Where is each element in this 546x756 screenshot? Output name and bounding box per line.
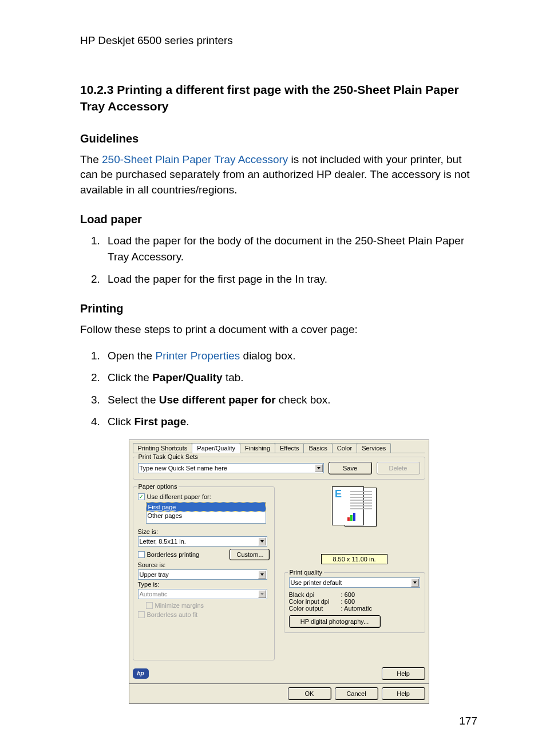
tab-printing-shortcuts[interactable]: Printing Shortcuts bbox=[133, 443, 193, 453]
size-badge: 8.50 x 11.00 in. bbox=[321, 554, 387, 564]
tab-basics[interactable]: Basics bbox=[303, 443, 332, 453]
text: tab. bbox=[223, 371, 244, 383]
dialog-button-row: OK Cancel Help bbox=[129, 684, 429, 704]
checkbox-icon bbox=[146, 602, 153, 609]
hp-logo-icon: hp bbox=[133, 668, 149, 679]
list-item: Open the Printer Properties dialog box. bbox=[103, 348, 477, 365]
chevron-down-icon bbox=[315, 464, 323, 472]
page-item-first[interactable]: First page bbox=[147, 502, 266, 512]
text: Click bbox=[108, 415, 134, 428]
use-different-paper-checkbox[interactable]: Use different paper for: bbox=[138, 493, 270, 501]
use-different-label: Use different paper for: bbox=[147, 493, 211, 501]
tab-services[interactable]: Services bbox=[357, 443, 391, 453]
paper-options-legend: Paper options bbox=[137, 483, 179, 490]
quicksets-legend: Print Task Quick Sets bbox=[137, 453, 200, 460]
color-input-dpi-row: Color input dpi : 600 bbox=[289, 598, 420, 605]
black-dpi-row: Black dpi : 600 bbox=[289, 591, 420, 598]
tab-paper-quality[interactable]: Paper/Quality bbox=[192, 443, 240, 453]
quickset-name-value: Type new Quick Set name here bbox=[140, 465, 227, 472]
text: dialog box. bbox=[240, 350, 295, 362]
text: Click the bbox=[108, 371, 152, 383]
borderless-autofit-checkbox: Borderless auto fit bbox=[138, 611, 270, 619]
list-item: Click First page. bbox=[103, 414, 477, 430]
chevron-down-icon bbox=[411, 579, 419, 587]
print-quality-group: Print quality Use printer default Black … bbox=[284, 572, 425, 633]
pages-listbox[interactable]: First page Other pages bbox=[146, 502, 266, 524]
borderless-label: Borderless printing bbox=[147, 551, 200, 559]
delete-button: Delete bbox=[377, 462, 420, 474]
text: Select the bbox=[108, 394, 159, 406]
borderless-printing-checkbox[interactable]: Borderless printing bbox=[138, 551, 225, 559]
bold: First page bbox=[134, 415, 186, 428]
chevron-down-icon bbox=[258, 590, 266, 598]
list-item: Select the Use different paper for check… bbox=[103, 392, 477, 409]
quickset-name-combo[interactable]: Type new Quick Set name here bbox=[138, 463, 324, 473]
color-output-row: Color output : Automatic bbox=[289, 605, 420, 612]
type-value: Automatic bbox=[140, 591, 168, 597]
size-label: Size is: bbox=[138, 528, 270, 535]
guidelines-body: The 250-Sheet Plain Paper Tray Accessory… bbox=[80, 152, 477, 198]
source-label: Source is: bbox=[138, 561, 270, 568]
list-item: Load the paper for the body of the docum… bbox=[103, 233, 477, 266]
page-number: 177 bbox=[459, 715, 477, 727]
minimize-label: Minimize margins bbox=[155, 601, 204, 609]
minimize-margins-checkbox: Minimize margins bbox=[146, 601, 270, 609]
preview-chart-icon bbox=[347, 513, 355, 521]
text: . bbox=[186, 415, 189, 428]
type-label: Type is: bbox=[138, 581, 270, 588]
list-item: Click the Paper/Quality tab. bbox=[103, 370, 477, 386]
save-button[interactable]: Save bbox=[329, 462, 372, 474]
print-quality-value: Use printer default bbox=[291, 579, 342, 586]
ok-button[interactable]: OK bbox=[288, 687, 331, 700]
printing-intro: Follow these steps to print a document w… bbox=[80, 322, 477, 338]
paper-options-group: Paper options Use different paper for: F… bbox=[133, 486, 275, 660]
quicksets-group: Print Task Quick Sets Type new Quick Set… bbox=[133, 457, 425, 480]
checkbox-icon bbox=[138, 611, 145, 618]
checkbox-icon bbox=[138, 551, 145, 558]
print-quality-select[interactable]: Use printer default bbox=[289, 577, 420, 588]
custom-size-button[interactable]: Custom... bbox=[230, 549, 270, 560]
bold: Use different paper for bbox=[159, 394, 276, 406]
tab-finishing[interactable]: Finishing bbox=[240, 443, 275, 453]
source-value: Upper tray bbox=[140, 571, 169, 578]
preview-letter-icon: E bbox=[335, 488, 342, 500]
tab-color[interactable]: Color bbox=[332, 443, 357, 453]
load-paper-heading: Load paper bbox=[80, 213, 477, 226]
bold: Paper/Quality bbox=[152, 371, 223, 383]
list-item: Load the paper for the first page in the… bbox=[103, 271, 477, 288]
chevron-down-icon bbox=[258, 571, 266, 579]
load-steps-list: Load the paper for the body of the docum… bbox=[80, 233, 477, 288]
printer-properties-dialog: Printing Shortcuts Paper/Quality Finishi… bbox=[129, 440, 429, 704]
chevron-down-icon bbox=[258, 537, 266, 545]
borderless-autofit-label: Borderless auto fit bbox=[147, 611, 198, 619]
page-item-other[interactable]: Other pages bbox=[147, 512, 266, 520]
section-title: 10.2.3 Printing a different first page w… bbox=[80, 81, 477, 115]
help-button[interactable]: Help bbox=[382, 687, 425, 700]
help-inner-button[interactable]: Help bbox=[382, 667, 425, 680]
cancel-button[interactable]: Cancel bbox=[335, 687, 378, 700]
printer-properties-link[interactable]: Printer Properties bbox=[155, 350, 240, 362]
text: check box. bbox=[276, 394, 331, 406]
size-select[interactable]: Letter, 8.5x11 in. bbox=[138, 536, 267, 547]
tab-strip: Printing Shortcuts Paper/Quality Finishi… bbox=[133, 442, 425, 453]
source-select[interactable]: Upper tray bbox=[138, 569, 267, 580]
tab-effects[interactable]: Effects bbox=[275, 443, 304, 453]
hp-digital-photography-button[interactable]: HP digital photography... bbox=[289, 615, 381, 628]
guidelines-heading: Guidelines bbox=[80, 132, 477, 145]
size-value: Letter, 8.5x11 in. bbox=[140, 538, 186, 545]
print-quality-legend: Print quality bbox=[288, 569, 324, 576]
type-select[interactable]: Automatic bbox=[138, 589, 267, 599]
checkbox-icon bbox=[138, 493, 145, 500]
product-header: HP Deskjet 6500 series printers bbox=[80, 34, 477, 47]
text: Open the bbox=[108, 350, 155, 362]
text: The bbox=[80, 153, 102, 165]
printing-heading: Printing bbox=[80, 302, 477, 315]
tray-accessory-link[interactable]: 250-Sheet Plain Paper Tray Accessory bbox=[102, 153, 288, 165]
printing-steps-list: Open the Printer Properties dialog box. … bbox=[80, 348, 477, 430]
page-preview: E bbox=[323, 486, 386, 527]
